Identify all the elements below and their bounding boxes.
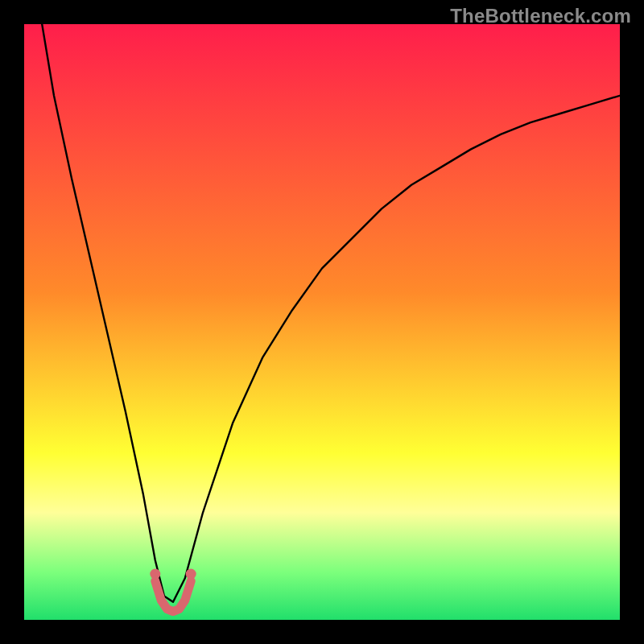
plot-area	[24, 24, 620, 620]
gradient-rect	[24, 24, 620, 620]
heatmap-background	[24, 24, 620, 620]
chart-frame: TheBottleneck.com	[0, 0, 644, 644]
